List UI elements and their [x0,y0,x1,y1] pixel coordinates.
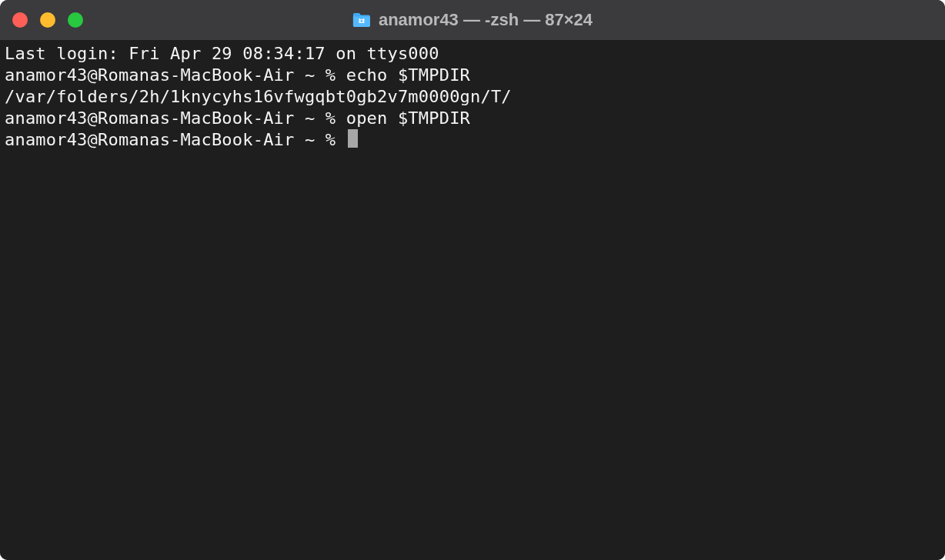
window-title: anamor43 — -zsh — 87×24 [379,10,593,30]
titlebar[interactable]: anamor43 — -zsh — 87×24 [0,0,945,40]
terminal-body[interactable]: Last login: Fri Apr 29 08:34:17 on ttys0… [0,40,945,560]
minimize-icon[interactable] [40,12,55,28]
terminal-prompt-line: anamor43@Romanas-MacBook-Air ~ % [5,129,940,151]
terminal-window: anamor43 — -zsh — 87×24 Last login: Fri … [0,0,945,560]
terminal-line: /var/folders/2h/1knycyhs16vfwgqbt0gb2v7m… [5,86,940,108]
close-icon[interactable] [12,12,28,28]
folder-icon [352,12,371,28]
window-controls [12,12,83,28]
terminal-prompt-text: anamor43@Romanas-MacBook-Air ~ % [5,130,346,149]
terminal-line: anamor43@Romanas-MacBook-Air ~ % open $T… [5,108,940,129]
maximize-icon[interactable] [68,12,83,28]
terminal-line: Last login: Fri Apr 29 08:34:17 on ttys0… [5,43,940,65]
terminal-line: anamor43@Romanas-MacBook-Air ~ % echo $T… [5,65,940,86]
window-title-group: anamor43 — -zsh — 87×24 [352,10,593,30]
cursor-icon [348,129,358,148]
